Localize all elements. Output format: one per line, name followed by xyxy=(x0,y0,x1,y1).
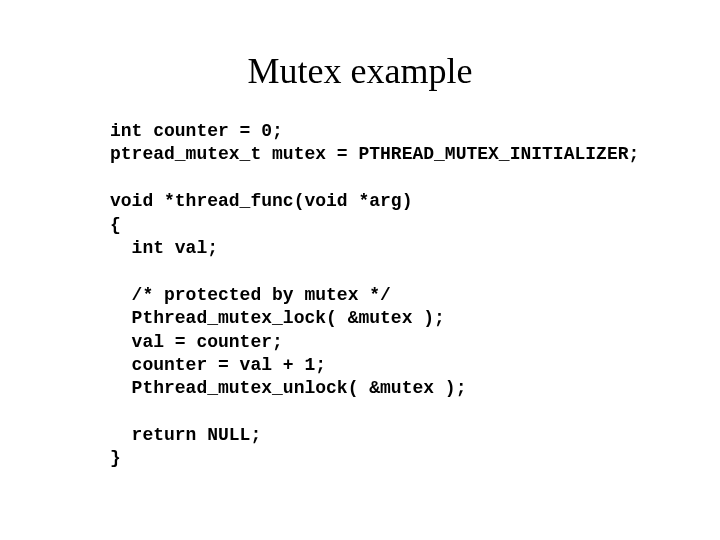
slide-title: Mutex example xyxy=(0,0,720,120)
code-block: int counter = 0; ptread_mutex_t mutex = … xyxy=(0,120,720,471)
